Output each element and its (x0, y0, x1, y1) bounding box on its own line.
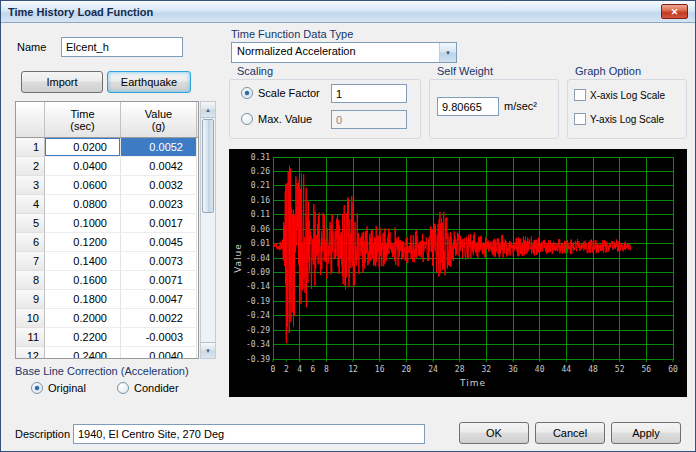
table-row: 20.04000.0042 (16, 157, 198, 176)
table-row: 50.10000.0017 (16, 214, 198, 233)
svg-text:36: 36 (508, 365, 518, 374)
table-row: 60.12000.0045 (16, 233, 198, 252)
table-row: 110.2200-0.0003 (16, 328, 198, 347)
cell-value[interactable]: 0.0022 (121, 309, 197, 328)
radio-scale-factor[interactable]: Scale Factor (241, 87, 320, 99)
table-scrollbar[interactable]: ▲ ▼ (200, 101, 216, 359)
import-button[interactable]: Import (21, 71, 103, 93)
row-number[interactable]: 2 (16, 157, 45, 176)
row-number[interactable]: 9 (16, 290, 45, 309)
table-row: 120.24000.0040 (16, 347, 198, 359)
cell-time[interactable]: 0.2400 (45, 347, 121, 359)
cell-time[interactable]: 0.1000 (45, 214, 121, 233)
svg-text:2: 2 (284, 365, 289, 374)
cell-time[interactable]: 0.1600 (45, 271, 121, 290)
self-weight-group-label: Self Weight (437, 65, 493, 77)
row-number[interactable]: 10 (16, 309, 45, 328)
svg-text:0.31: 0.31 (251, 153, 270, 162)
title-bar[interactable]: Time History Load Function ✕ (1, 1, 695, 23)
svg-text:8: 8 (324, 365, 329, 374)
scroll-up-icon: ▲ (205, 107, 211, 113)
radio-scale-factor-label: Scale Factor (258, 87, 320, 99)
svg-text:-0.14: -0.14 (246, 282, 270, 291)
cell-time[interactable]: 0.0400 (45, 157, 121, 176)
svg-text:16: 16 (375, 365, 385, 374)
svg-text:-0.09: -0.09 (246, 268, 270, 277)
svg-text:0.06: 0.06 (251, 225, 270, 234)
row-number[interactable]: 6 (16, 233, 45, 252)
svg-text:52: 52 (615, 365, 625, 374)
row-number[interactable]: 5 (16, 214, 45, 233)
cell-value[interactable]: 0.0017 (121, 214, 197, 233)
close-icon: ✕ (671, 7, 679, 17)
time-history-load-function-dialog: Time History Load Function ✕ Name Import… (0, 0, 696, 452)
svg-text:0.01: 0.01 (251, 239, 270, 248)
svg-text:-0.19: -0.19 (246, 297, 270, 306)
row-number[interactable]: 12 (16, 347, 45, 359)
column-header-time[interactable]: Time (sec) (45, 102, 121, 137)
checkbox-y-log-scale[interactable]: Y-axis Log Scale (574, 113, 664, 125)
cell-value[interactable]: 0.0032 (121, 176, 197, 195)
cell-value[interactable]: 0.0047 (121, 290, 197, 309)
cell-value[interactable]: 0.0045 (121, 233, 197, 252)
cell-value[interactable]: -0.0003 (121, 328, 197, 347)
scrollbar-thumb[interactable] (202, 119, 214, 213)
cell-value[interactable]: 0.0040 (121, 347, 197, 359)
radio-max-value[interactable]: Max. Value (241, 113, 312, 125)
scroll-down-button[interactable]: ▼ (201, 342, 215, 358)
ok-button[interactable]: OK (459, 422, 529, 444)
svg-text:4: 4 (297, 365, 302, 374)
cell-time[interactable]: 0.0200 (45, 138, 121, 157)
self-weight-input[interactable] (437, 97, 499, 116)
radio-condider-icon (117, 382, 129, 394)
svg-text:6: 6 (311, 365, 316, 374)
earthquake-button[interactable]: Earthquake (107, 71, 191, 93)
close-button[interactable]: ✕ (661, 4, 688, 19)
radio-original[interactable]: Original (31, 382, 86, 394)
data-type-value: Normalized Acceleration (232, 43, 439, 62)
cell-time[interactable]: 0.0600 (45, 176, 121, 195)
svg-text:28: 28 (455, 365, 465, 374)
cancel-button[interactable]: Cancel (535, 422, 605, 444)
max-value-input[interactable] (331, 110, 407, 129)
svg-text:-0.39: -0.39 (246, 355, 270, 364)
apply-button[interactable]: Apply (611, 422, 681, 444)
svg-text:40: 40 (535, 365, 545, 374)
name-input[interactable] (61, 37, 183, 57)
cell-value[interactable]: 0.0073 (121, 252, 197, 271)
row-number[interactable]: 11 (16, 328, 45, 347)
scroll-up-button[interactable]: ▲ (201, 102, 215, 118)
cell-time[interactable]: 0.1200 (45, 233, 121, 252)
row-number[interactable]: 4 (16, 195, 45, 214)
table-row: 30.06000.0032 (16, 176, 198, 195)
radio-original-label: Original (48, 382, 86, 394)
description-input[interactable] (73, 424, 425, 444)
data-table-body: 10.02000.005220.04000.004230.06000.00324… (16, 138, 198, 359)
svg-text:-0.24: -0.24 (246, 311, 270, 320)
row-number[interactable]: 3 (16, 176, 45, 195)
cell-time[interactable]: 0.2000 (45, 309, 121, 328)
row-number[interactable]: 7 (16, 252, 45, 271)
time-value-table: Time (sec) Value (g) 10.02000.005220.040… (15, 101, 199, 359)
cell-value[interactable]: 0.0023 (121, 195, 197, 214)
scale-factor-input[interactable] (331, 84, 407, 103)
cell-time[interactable]: 0.2200 (45, 328, 121, 347)
data-type-select[interactable]: Normalized Acceleration ▼ (231, 42, 457, 63)
svg-text:0.11: 0.11 (251, 210, 270, 219)
radio-condider[interactable]: Condider (117, 382, 179, 394)
row-number[interactable]: 8 (16, 271, 45, 290)
cell-value[interactable]: 0.0052 (121, 138, 197, 157)
cell-time[interactable]: 0.1800 (45, 290, 121, 309)
column-header-value[interactable]: Value (g) (121, 102, 197, 137)
svg-text:-0.34: -0.34 (246, 340, 270, 349)
cell-value[interactable]: 0.0071 (121, 271, 197, 290)
cell-value[interactable]: 0.0042 (121, 157, 197, 176)
cell-time[interactable]: 0.1400 (45, 252, 121, 271)
window-title: Time History Load Function (8, 6, 153, 18)
checkbox-x-log-scale[interactable]: X-axis Log Scale (574, 89, 665, 101)
combo-dropdown-button[interactable]: ▼ (439, 43, 456, 62)
svg-text:24: 24 (428, 365, 438, 374)
table-row: 90.18000.0047 (16, 290, 198, 309)
cell-time[interactable]: 0.0800 (45, 195, 121, 214)
row-number[interactable]: 1 (16, 138, 45, 157)
